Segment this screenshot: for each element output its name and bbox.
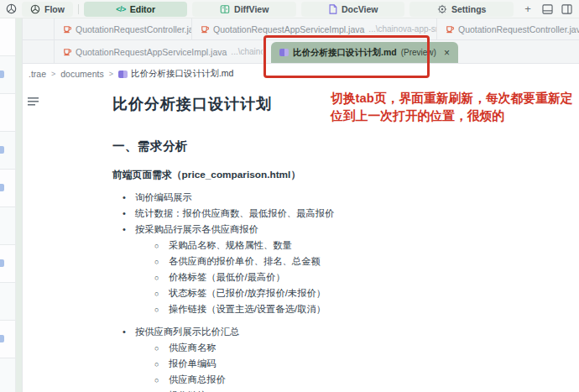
tab-active-markdown[interactable]: 比价分析接口设计计划.md (Preview) × (271, 42, 458, 63)
doc-list: •询价编码展示•统计数据：报价供应商数、最低报价、最高报价•按采购品行展示各供应… (112, 190, 402, 392)
circle-bullet-icon: ○ (154, 302, 159, 318)
file-tab-name: QuotationRequestAppServiceImpl.java (213, 24, 364, 34)
markdown-preview: 比价分析接口设计计划 一、需求分析 前端页面需求（price_compariso… (112, 94, 402, 392)
hamburger-icon[interactable] (28, 97, 39, 106)
flow-icon (30, 4, 40, 14)
topbar-button-label: DiffView (234, 4, 269, 14)
doc-section-heading: 一、需求分析 (112, 139, 402, 154)
doc-sublist-item-text: 供应商名称 (169, 342, 216, 353)
topbar-button-label: Settings (451, 4, 486, 14)
rail-item[interactable] (0, 358, 15, 392)
doc-sublist-item: ○价格标签（最低价/最高价） (112, 269, 402, 285)
java-file-icon (62, 47, 71, 56)
document-view: 比价分析接口设计计划 一、需求分析 前端页面需求（price_compariso… (23, 84, 579, 392)
doc-sublist-item-text: 操作链接（设置主选/设置备选/取消） (169, 304, 326, 314)
topbar-button-label: Editor (130, 4, 155, 14)
doc-sublist-item: ○报价单编码 (112, 356, 402, 372)
rail-item[interactable] (0, 321, 15, 358)
tab-row-1: QuotationRequestController.java...\app\.… (23, 18, 579, 40)
topbar-button-editor[interactable]: </>Editor (84, 2, 188, 17)
doc-list-item-text: 询价编码展示 (135, 192, 192, 202)
circle-bullet-icon: ○ (154, 373, 159, 389)
breadcrumb-separator-icon: > (109, 70, 113, 78)
split-vertical-icon[interactable] (561, 4, 572, 14)
rail-item[interactable] (0, 207, 15, 245)
file-tab-name: QuotationRequestController.java (458, 24, 579, 34)
breadcrumb-file-name: 比价分析接口设计计划.md (131, 68, 234, 80)
annotation-text: 切换tab页，界面重新刷新，每次都要重新定位到上一次打开的位置，很烦的 (331, 90, 579, 125)
breadcrumb: .trae>documents>比价分析接口设计计划.md (23, 64, 579, 84)
rail-item[interactable] (0, 56, 15, 94)
file-icon (0, 259, 4, 267)
add-view-button[interactable]: + (519, 3, 537, 15)
bullet-icon: • (123, 190, 126, 206)
doc-sublist-item-text: 报价单编码 (169, 358, 216, 368)
doc-list-item-text: 统计数据：报价供应商数、最低报价、最高报价 (135, 208, 334, 218)
file-tab-name: QuotationRequestAppServiceImpl.java (76, 47, 227, 57)
app-menu-icon[interactable] (5, 3, 17, 15)
topbar: Flow</>EditorDiffViewDocViewSettings + (0, 0, 579, 18)
left-rail (0, 18, 16, 392)
topbar-button-flow[interactable]: Flow (22, 2, 73, 17)
file-tab[interactable]: QuotationRequestController.java...\servi (436, 18, 579, 39)
doc-sublist-item: ○供应商名称 (112, 340, 402, 356)
file-icon (0, 71, 4, 78)
doc-sublist-item: ○采购品名称、规格属性、数量 (112, 238, 402, 253)
active-tab-name: 比价分析接口设计计划.md (293, 47, 397, 59)
doc-lead: 前端页面需求（price_comparison.html） (112, 169, 402, 182)
topbar-button-label: Flow (44, 4, 65, 14)
file-tab[interactable]: QuotationRequestAppServiceImpl.java...\c… (191, 18, 436, 39)
rail-item[interactable] (0, 170, 15, 207)
topbar-button-settings[interactable]: Settings (409, 2, 514, 17)
doc-list-item-text: 按供应商列展示比价汇总 (135, 327, 239, 337)
doc-list-item: •按采购品行展示各供应商报价 (112, 222, 402, 238)
bullet-icon: • (123, 222, 126, 238)
tab-row-2: QuotationRequestAppServiceImpl.java...\c… (23, 40, 579, 64)
topbar-separator (78, 4, 79, 14)
doc-sublist: ○采购品名称、规格属性、数量○各供应商的报价单价、排名、总金额○价格标签（最低价… (112, 238, 402, 317)
doc-sublist-item: ○状态标签（已报价/放弃报价/未报价） (112, 285, 402, 301)
java-file-icon (62, 24, 71, 34)
rail-item[interactable] (0, 18, 15, 56)
doc-sublist-item-text: 价格标签（最低价/最高价） (169, 272, 285, 282)
split-horizontal-icon[interactable] (542, 4, 553, 14)
breadcrumb-item[interactable]: .trae (29, 69, 46, 79)
rail-item[interactable] (0, 132, 15, 170)
app-window: Flow</>EditorDiffViewDocViewSettings + Q… (0, 0, 579, 392)
circle-bullet-icon: ○ (154, 270, 159, 286)
circle-bullet-icon: ○ (154, 341, 159, 357)
close-tab-icon[interactable]: × (444, 47, 450, 59)
topbar-button-docview[interactable]: DocView (301, 2, 405, 17)
doc-sublist-item: ○各供应商的报价单价、排名、总金额 (112, 253, 402, 269)
circle-bullet-icon: ○ (154, 254, 159, 270)
breadcrumb-file[interactable]: 比价分析接口设计计划.md (118, 68, 234, 80)
markdown-file-icon (279, 49, 289, 56)
doc-list-item-text: 按采购品行展示各供应商报价 (135, 224, 258, 234)
doc-sublist-item-text: 各供应商的报价单价、排名、总金额 (169, 256, 321, 266)
doc-sublist-item-text: 采购品名称、规格属性、数量 (169, 240, 292, 250)
tab-row-2-tabs: QuotationRequestAppServiceImpl.java...\c… (54, 40, 263, 63)
topbar-button-diffview[interactable]: DiffView (192, 2, 296, 17)
file-tab[interactable]: QuotationRequestAppServiceImpl.java...\c… (54, 40, 263, 63)
rail-item[interactable] (0, 94, 15, 132)
doc-sublist-item-text: 状态标签（已报价/放弃报价/未报价） (169, 288, 326, 298)
bullet-icon: • (123, 324, 126, 340)
java-file-icon (445, 24, 454, 34)
markdown-file-icon (118, 71, 128, 78)
java-file-icon (200, 24, 209, 34)
doc-sublist: ○供应商名称○报价单编码○供应商总报价○操作链接 (112, 340, 402, 392)
rail-item[interactable] (0, 283, 15, 321)
circle-bullet-icon: ○ (154, 389, 159, 392)
file-tab-name: QuotationRequestController.java (76, 24, 191, 34)
file-tab[interactable]: QuotationRequestController.java...\app\.… (54, 18, 191, 39)
doc-list-item: •统计数据：报价供应商数、最低报价、最高报价 (112, 206, 402, 222)
breadcrumb-item[interactable]: documents (60, 69, 103, 79)
bullet-icon: • (123, 206, 126, 222)
window-layout-icons (542, 4, 574, 14)
left-gutter (16, 18, 22, 392)
rail-item[interactable] (0, 245, 15, 283)
doc-sublist-item-text: 供应商总报价 (169, 374, 226, 384)
breadcrumb-separator-icon: > (51, 70, 55, 78)
doc-icon (328, 4, 337, 14)
file-icon (0, 184, 4, 191)
